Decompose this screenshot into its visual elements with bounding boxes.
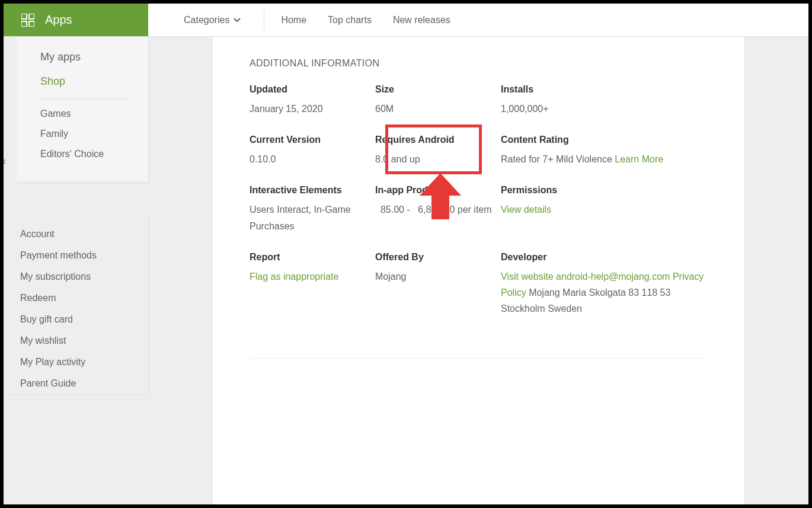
top-nav: Categories Home Top charts New releases (148, 4, 808, 36)
info-developer: Developer Visit website android-help@moj… (501, 252, 707, 317)
sidebar-item-my-subscriptions[interactable]: My subscriptions (4, 266, 148, 287)
sidebar-item-my-wishlist[interactable]: My wishlist (4, 330, 148, 352)
svg-rect-2 (21, 21, 27, 27)
info-value: 60M (375, 101, 501, 117)
info-value: 1,000,000+ (501, 101, 707, 117)
info-value: January 15, 2020 (250, 101, 375, 117)
info-label: Interactive Elements (250, 185, 375, 196)
info-current-version: Current Version 0.10.0 (250, 135, 375, 167)
sidebar-item-redeem[interactable]: Redeem (4, 287, 148, 309)
nav-top-charts[interactable]: Top charts (328, 15, 372, 25)
info-value: Visit website android-help@mojang.com Pr… (501, 269, 707, 317)
info-label: Updated (250, 84, 375, 95)
info-size: Size 60M (375, 84, 501, 117)
sidebar-item-payment-methods[interactable]: Payment methods (4, 245, 148, 266)
info-value: Mojang (375, 269, 501, 285)
developer-email-link[interactable]: android-help@mojang.com (556, 271, 670, 282)
developer-address-line: Mojang Maria Skolgata (529, 287, 626, 298)
info-value: 8.0 and up (375, 151, 501, 167)
sidebar-item-buy-gift-card[interactable]: Buy gift card (4, 309, 148, 330)
info-label: Offered By (375, 252, 501, 263)
info-label: In-app Products (375, 185, 501, 196)
info-report: Report Flag as inappropriate (250, 252, 375, 317)
brand-apps[interactable]: Apps (4, 4, 148, 36)
section-title: ADDITIONAL INFORMATION (250, 58, 707, 69)
info-interactive-elements: Interactive Elements Users Interact, In-… (250, 185, 375, 234)
collapse-sidebar-icon[interactable]: ‹ (2, 154, 7, 168)
categories-dropdown[interactable]: Categories (184, 10, 264, 30)
main-content: ADDITIONAL INFORMATION Updated January 1… (148, 37, 808, 504)
info-installs: Installs 1,000,000+ (501, 84, 707, 117)
info-label: Permissions (501, 185, 707, 196)
flag-inappropriate-link[interactable]: Flag as inappropriate (250, 271, 338, 282)
info-content-rating: Content Rating Rated for 7+ Mild Violenc… (501, 135, 707, 167)
sidebar-item-family[interactable]: Family (17, 124, 148, 144)
info-label: Developer (501, 252, 707, 263)
sidebar-item-editors-choice[interactable]: Editors' Choice (17, 144, 148, 164)
app-info-card: ADDITIONAL INFORMATION Updated January 1… (213, 37, 744, 504)
developer-address-line: Sweden (548, 303, 582, 314)
info-offered-by: Offered By Mojang (375, 252, 501, 317)
info-label: Report (250, 252, 375, 263)
sidebar-item-account[interactable]: Account (4, 223, 148, 245)
content-rating-line: Rated for 7+ (501, 154, 554, 164)
info-value: Flag as inappropriate (250, 269, 375, 285)
sidebar-item-shop[interactable]: Shop (17, 69, 148, 94)
info-label: Installs (501, 84, 707, 95)
learn-more-link[interactable]: Learn More (615, 154, 663, 164)
info-inapp-products: In-app Products 85.00 - 6,800.00 per ite… (375, 185, 501, 234)
info-label: Current Version (250, 135, 375, 145)
card-divider (250, 358, 707, 359)
nav-home[interactable]: Home (281, 15, 306, 25)
info-value: Users Interact, In-Game Purchases (250, 202, 375, 234)
visit-website-link[interactable]: Visit website (501, 271, 554, 282)
svg-rect-1 (29, 14, 34, 19)
chevron-down-icon (233, 16, 241, 24)
info-permissions: Permissions View details (501, 185, 707, 234)
info-value: View details (501, 202, 707, 218)
sidebar-divider (40, 98, 127, 99)
svg-rect-3 (29, 21, 34, 27)
sidebar-upper: My apps Shop Games Family Editors' Choic… (17, 37, 148, 182)
apps-grid-icon (21, 14, 34, 27)
sidebar-item-games[interactable]: Games (17, 104, 148, 124)
info-value: Rated for 7+ Mild Violence Learn More (501, 151, 707, 167)
sidebar-item-my-play-activity[interactable]: My Play activity (4, 352, 148, 373)
content-rating-line: Mild Violence (556, 154, 612, 164)
info-requires-android: Requires Android 8.0 and up (375, 135, 501, 167)
sidebar-item-parent-guide[interactable]: Parent Guide (4, 373, 148, 394)
top-nav-links: Home Top charts New releases (264, 15, 450, 25)
svg-rect-0 (21, 14, 27, 19)
info-label: Content Rating (501, 135, 707, 145)
info-value: 85.00 - 6,800.00 per item (375, 202, 501, 218)
brand-label: Apps (45, 13, 72, 27)
info-value: 0.10.0 (250, 151, 375, 167)
categories-label: Categories (184, 15, 229, 25)
sidebar: ‹ My apps Shop Games Family Editors' Cho… (4, 37, 148, 504)
info-label: Size (375, 84, 501, 95)
info-updated: Updated January 15, 2020 (250, 84, 375, 117)
sidebar-item-my-apps[interactable]: My apps (17, 45, 148, 69)
sidebar-lower: Account Payment methods My subscriptions… (4, 213, 148, 394)
info-label: Requires Android (375, 135, 501, 145)
view-details-link[interactable]: View details (501, 205, 551, 215)
nav-new-releases[interactable]: New releases (393, 15, 450, 25)
top-bar: Apps Categories Home Top charts New rele… (4, 4, 808, 37)
